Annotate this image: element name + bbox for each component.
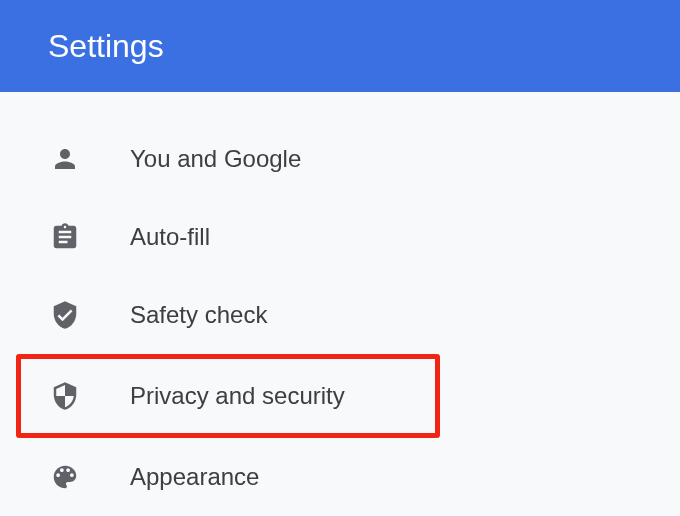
menu-item-label: Privacy and security xyxy=(130,382,345,410)
palette-icon xyxy=(48,460,82,494)
menu-item-label: Appearance xyxy=(130,463,259,491)
settings-header: Settings xyxy=(0,0,680,92)
menu-item-you-and-google[interactable]: You and Google xyxy=(0,120,680,198)
menu-item-label: Auto-fill xyxy=(130,223,210,251)
menu-item-appearance[interactable]: Appearance xyxy=(0,438,680,516)
person-icon xyxy=(48,142,82,176)
security-shield-icon xyxy=(48,379,82,413)
page-title: Settings xyxy=(48,28,164,65)
menu-item-autofill[interactable]: Auto-fill xyxy=(0,198,680,276)
menu-item-label: You and Google xyxy=(130,145,301,173)
settings-menu: You and Google Auto-fill Safety check Pr… xyxy=(0,92,680,516)
menu-item-privacy-security[interactable]: Privacy and security xyxy=(16,354,440,438)
menu-item-safety-check[interactable]: Safety check xyxy=(0,276,680,354)
shield-check-icon xyxy=(48,298,82,332)
clipboard-icon xyxy=(48,220,82,254)
menu-item-label: Safety check xyxy=(130,301,267,329)
